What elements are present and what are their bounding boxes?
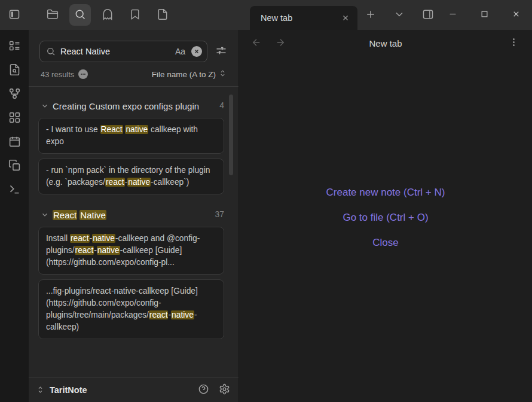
search-results: Creating Custom expo configs plugin 4 - … [29, 87, 239, 339]
tab-list-button[interactable] [389, 4, 410, 26]
search-panel: React Native Aa 43 results File name (A … [29, 30, 239, 402]
ribbon-daily-note-button[interactable] [5, 133, 24, 152]
chevron-down-icon [393, 8, 405, 22]
ribbon-templates-button[interactable] [5, 157, 24, 176]
arrow-right-icon [275, 37, 286, 50]
search-icon [74, 8, 86, 22]
result-group-title: React Native [53, 209, 215, 222]
clear-search-button[interactable] [191, 46, 202, 57]
ghost-icon [102, 8, 114, 22]
search-query-text: React Native [60, 47, 169, 56]
result-group-title: Creating Custom expo configs plugin [53, 100, 219, 113]
ribbon-graph-button[interactable] [5, 85, 24, 104]
help-circle-icon [198, 383, 209, 397]
ribbon-file-search-button[interactable] [5, 61, 24, 80]
search-settings-button[interactable] [212, 42, 230, 60]
bookmarks-button[interactable] [124, 4, 146, 26]
copy-icon [8, 159, 21, 173]
app-window: New tab [0, 0, 532, 402]
window-minimize-button[interactable] [437, 0, 469, 30]
right-sidebar-toggle-button[interactable] [417, 4, 439, 26]
go-to-file-link[interactable]: Go to file (Ctrl + O) [343, 212, 428, 224]
file-search-icon [8, 63, 21, 78]
ribbon-canvas-button[interactable] [5, 109, 24, 128]
ribbon-terminal-button[interactable] [5, 181, 24, 200]
result-group-count: 37 [215, 209, 224, 222]
sort-order-label: File name (A to Z) [152, 70, 216, 79]
search-row: React Native Aa [29, 30, 239, 62]
files-button[interactable] [42, 4, 63, 26]
result-group-count: 4 [219, 100, 224, 113]
maximize-icon [480, 10, 489, 20]
vault-bar: TaritNote [29, 377, 239, 402]
minimize-icon [448, 10, 457, 20]
left-sidebar-toggle-button[interactable] [4, 4, 25, 26]
window-close-button[interactable] [500, 0, 532, 30]
close-link[interactable]: Close [372, 237, 398, 249]
results-count: 43 results [41, 69, 88, 79]
chevrons-up-down-icon [219, 69, 227, 79]
ellipsis-badge-icon[interactable] [78, 69, 88, 79]
sliders-icon [215, 45, 227, 59]
navigate-back-button[interactable] [249, 35, 264, 51]
new-tab-button[interactable] [360, 4, 381, 26]
create-new-note-link[interactable]: Create new note (Ctrl + N) [326, 187, 445, 199]
terminal-icon [8, 183, 21, 197]
search-results-scrollbar[interactable] [229, 95, 233, 175]
file-icon [157, 8, 169, 22]
git-fork-icon [8, 87, 21, 102]
results-info-row: 43 results File name (A to Z) [29, 62, 239, 79]
search-result-item[interactable]: - run `npm pack` in the directory of the… [38, 159, 224, 194]
new-note-button[interactable] [152, 4, 173, 26]
gear-icon [219, 383, 230, 397]
settings-button[interactable] [219, 383, 230, 397]
panel-right-icon [422, 8, 434, 22]
vertical-ellipsis-icon [509, 37, 519, 49]
search-result-item[interactable]: - I want to use React native callkeep wi… [38, 118, 224, 154]
collapse-chevron-icon [38, 100, 53, 113]
search-icon [46, 47, 56, 56]
close-icon [512, 10, 521, 20]
bookmark-icon [129, 8, 141, 22]
phantom-plugin-button[interactable] [97, 4, 118, 26]
vault-name: TaritNote [50, 385, 87, 395]
tab-actions [360, 4, 439, 26]
vault-actions [198, 383, 230, 397]
search-button[interactable] [69, 4, 91, 26]
window-controls [437, 0, 532, 30]
topbar: New tab [0, 0, 532, 30]
layout-grid-icon [8, 111, 21, 126]
ribbon-layout-list-button[interactable] [5, 37, 24, 56]
main-pane: New tab Create new note (Ctrl + N) Go to… [239, 30, 532, 402]
layout-list-icon [8, 39, 21, 54]
arrow-left-icon [251, 37, 262, 50]
tab-new-tab[interactable]: New tab [250, 6, 357, 30]
sort-order-button[interactable]: File name (A to Z) [152, 69, 227, 79]
results-count-label: 43 results [41, 70, 74, 79]
nav-arrows [239, 35, 288, 51]
panel-left-icon [8, 8, 20, 22]
empty-state-actions: Create new note (Ctrl + N) Go to file (C… [239, 187, 532, 249]
collapse-chevron-icon [38, 209, 53, 222]
vault-switcher-button[interactable] [36, 385, 45, 394]
folder-icon [47, 8, 59, 22]
ribbon [0, 30, 29, 402]
navigate-forward-button[interactable] [273, 35, 288, 51]
tab-close-icon[interactable] [338, 11, 353, 25]
calendar-icon [8, 135, 21, 150]
search-input[interactable]: React Native Aa [39, 41, 207, 62]
search-result-item[interactable]: Install react-native-callkeep and @confi… [38, 227, 224, 275]
result-group-header[interactable]: React Native 37 [38, 199, 224, 227]
view-header: New tab [239, 30, 532, 56]
result-group-header[interactable]: Creating Custom expo configs plugin 4 [38, 90, 224, 118]
tab-title: New tab [250, 13, 338, 23]
toolbar-left [4, 4, 173, 26]
window-maximize-button[interactable] [469, 0, 500, 30]
search-result-item[interactable]: ...fig-plugins/react-native-callkeep [Gu… [38, 279, 224, 339]
help-button[interactable] [198, 383, 209, 397]
more-options-button[interactable] [506, 35, 521, 51]
match-case-toggle[interactable]: Aa [174, 47, 186, 56]
plus-icon [365, 8, 377, 22]
